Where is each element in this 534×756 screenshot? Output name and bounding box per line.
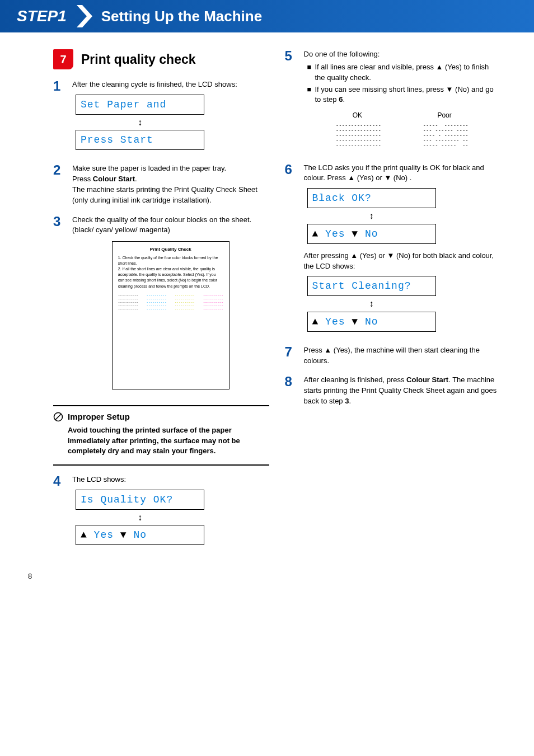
step-text: Do one of the following:	[304, 49, 501, 60]
step-3: 3 Check the quality of the four colour b…	[53, 215, 269, 389]
step-text: The LCD asks you if the print quality is…	[304, 163, 501, 184]
bullet-text: If you can see missing short lines, pres…	[315, 84, 501, 106]
color-block-black: ---------- ---------- ---------- -------…	[118, 294, 138, 311]
step-text: The LCD shows:	[72, 475, 269, 485]
improper-setup-callout: Improper Setup Avoid touching the printe…	[53, 405, 269, 466]
lcd-display: Press Start	[76, 130, 204, 150]
step-2: 2 Make sure the paper is loaded in the p…	[53, 163, 269, 205]
right-column: 5 Do one of the following: ■If all lines…	[285, 49, 501, 550]
step-text: After cleaning is finished, press Colour…	[304, 375, 501, 407]
step-text: (black/ cyan/ yellow/ magenta)	[72, 225, 269, 236]
step-number: 6	[285, 163, 304, 336]
step-text: Press Colour Start.	[72, 174, 269, 185]
sheet-instruction: 2. If all the short lines are clear and …	[118, 266, 223, 289]
step-number: 7	[285, 345, 304, 367]
bullet-item: ■If all lines are clear and visible, pre…	[307, 62, 501, 83]
step-text: Make sure the paper is loaded in the pap…	[72, 163, 269, 174]
svg-marker-0	[77, 5, 92, 27]
sheet-instruction: 1. Check the quality of the four color b…	[118, 255, 223, 266]
step-1: 1 After the cleaning cycle is finished, …	[53, 79, 269, 154]
step-number: 4	[53, 475, 72, 550]
lcd-display: Black OK?	[307, 188, 436, 208]
updown-icon: ↕	[307, 296, 436, 311]
step-number: 5	[285, 49, 304, 154]
step-text: Check the quality of the four colour blo…	[72, 215, 269, 226]
page-header: STEP1 Setting Up the Machine	[0, 0, 534, 32]
step-label: STEP1	[17, 7, 67, 25]
page-title: Setting Up the Machine	[101, 8, 262, 25]
lcd-display: Set Paper and	[76, 95, 204, 115]
color-block-cyan: ---------- ---------- ---------- -------…	[146, 294, 166, 311]
poor-pattern: ----- -------- --- ------ ---- ---- - --…	[423, 123, 468, 148]
step-6: 6 The LCD asks you if the print quality …	[285, 163, 501, 336]
step-text: The machine starts printing the Print Qu…	[72, 185, 269, 206]
updown-icon: ↕	[76, 115, 204, 130]
step-text: Press ▲ (Yes), the machine will then sta…	[304, 345, 501, 367]
lcd-display: ▲ Yes ▼ No	[76, 525, 204, 545]
step-4: 4 The LCD shows: Is Quality OK? ↕ ▲ Yes …	[53, 475, 269, 550]
step-7: 7 Press ▲ (Yes), the machine will then s…	[285, 345, 501, 367]
ok-label: OK	[353, 111, 362, 120]
step-number: 1	[53, 79, 72, 154]
step-text: After pressing ▲ (Yes) or ▼ (No) for bot…	[304, 251, 501, 272]
lcd-display: ▲ Yes ▼ No	[307, 312, 436, 332]
prohibit-icon	[53, 412, 63, 422]
callout-body: Avoid touching the printed surface of th…	[53, 425, 269, 457]
square-bullet-icon: ■	[307, 84, 315, 106]
ok-pattern: --------------- --------------- --------…	[336, 123, 381, 148]
step-8: 8 After cleaning is finished, press Colo…	[285, 375, 501, 407]
lcd-display: Start Cleaning?	[307, 276, 436, 296]
step-5: 5 Do one of the following: ■If all lines…	[285, 49, 501, 154]
square-bullet-icon: ■	[307, 62, 315, 83]
quality-check-sheet: Print Quality Check 1. Check the quality…	[112, 241, 229, 389]
step-number: 8	[285, 375, 304, 407]
lcd-display: ▲ Yes ▼ No	[307, 224, 436, 244]
color-block-magenta: ---------- ---------- ---------- -------…	[203, 294, 223, 311]
step-number: 3	[53, 215, 72, 389]
lcd-display: Is Quality OK?	[76, 490, 204, 510]
section-title: Print quality check	[81, 52, 196, 67]
bullet-item: ■If you can see missing short lines, pre…	[307, 84, 501, 106]
poor-label: Poor	[437, 111, 451, 120]
step-number: 2	[53, 163, 72, 205]
step-text: After the cleaning cycle is finished, th…	[72, 79, 269, 90]
svg-line-2	[55, 414, 61, 420]
chevron-icon	[77, 5, 93, 27]
page-number: 8	[28, 572, 500, 580]
section-badge: 7	[53, 49, 73, 69]
color-block-yellow: ---------- ---------- ---------- -------…	[175, 294, 195, 311]
updown-icon: ↕	[76, 510, 204, 525]
callout-title: Improper Setup	[68, 412, 130, 421]
section-header: 7 Print quality check	[53, 49, 269, 69]
updown-icon: ↕	[307, 208, 436, 223]
left-column: 7 Print quality check 1 After the cleani…	[53, 49, 269, 550]
bullet-text: If all lines are clear and visible, pres…	[315, 62, 501, 83]
sheet-title: Print Quality Check	[118, 246, 223, 253]
